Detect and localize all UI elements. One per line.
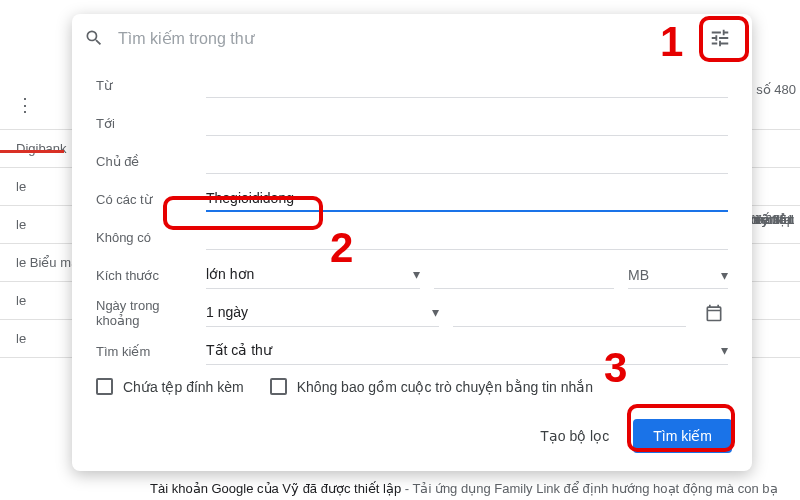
more-icon[interactable]: ⋮ bbox=[16, 94, 34, 116]
calendar-icon[interactable] bbox=[700, 303, 728, 323]
sender-cell: le bbox=[16, 217, 26, 232]
checkbox-icon bbox=[96, 378, 113, 395]
search-scope-dropdown[interactable]: Tất cả thư▾ bbox=[206, 337, 728, 365]
search-in-label: Tìm kiếm bbox=[96, 344, 206, 359]
not-have-label: Không có bbox=[96, 230, 206, 245]
mail-count: số 480 bbox=[756, 82, 796, 97]
sender-cell: le bbox=[16, 331, 26, 346]
to-field[interactable] bbox=[206, 110, 728, 136]
annotation-number-1: 1 bbox=[660, 18, 683, 66]
to-label: Tới bbox=[96, 116, 206, 131]
search-icon bbox=[84, 28, 104, 48]
footer-message: Tài khoản Google của Vỹ đã được thiết lậ… bbox=[150, 481, 800, 496]
date-within-label: Ngày trong khoảng bbox=[96, 298, 206, 328]
footer-bold: Tài khoản Google của Vỹ đã được thiết lậ… bbox=[150, 481, 401, 496]
chevron-down-icon: ▾ bbox=[721, 342, 728, 358]
size-label: Kích thước bbox=[96, 268, 206, 283]
annotation-number-3: 3 bbox=[604, 344, 627, 392]
exclude-chats-label: Không bao gồm cuộc trò chuyện bằng tin n… bbox=[297, 379, 593, 395]
from-label: Từ bbox=[96, 78, 206, 93]
has-words-label: Có các từ bbox=[96, 192, 206, 207]
size-value-field[interactable] bbox=[434, 261, 614, 289]
size-operator-dropdown[interactable]: lớn hơn▾ bbox=[206, 261, 420, 289]
tab-indicator bbox=[0, 150, 64, 153]
advanced-search-panel: Tìm kiếm trong thư Từ Tới Chủ đề Có các … bbox=[72, 14, 752, 471]
create-filter-button[interactable]: Tạo bộ lọc bbox=[526, 420, 623, 452]
sender-cell: Digibank bbox=[16, 141, 67, 156]
not-have-field[interactable] bbox=[206, 224, 728, 250]
search-placeholder: Tìm kiếm trong thư bbox=[118, 29, 700, 48]
chevron-down-icon: ▾ bbox=[432, 304, 439, 320]
sender-cell: le bbox=[16, 293, 26, 308]
date-range-value: 1 ngày bbox=[206, 304, 248, 320]
subject-field[interactable] bbox=[206, 148, 728, 174]
size-operator-value: lớn hơn bbox=[206, 266, 254, 282]
date-field[interactable] bbox=[453, 299, 686, 327]
chevron-down-icon: ▾ bbox=[721, 267, 728, 283]
checkbox-icon bbox=[270, 378, 287, 395]
snippet-cell: vymtt.t bbox=[756, 80, 794, 358]
exclude-chats-checkbox[interactable]: Không bao gồm cuộc trò chuyện bằng tin n… bbox=[270, 378, 593, 395]
has-attachment-checkbox[interactable]: Chứa tệp đính kèm bbox=[96, 378, 244, 395]
annotation-number-2: 2 bbox=[330, 224, 353, 272]
search-scope-value: Tất cả thư bbox=[206, 342, 272, 358]
sender-cell: le bbox=[16, 179, 26, 194]
chevron-down-icon: ▾ bbox=[413, 266, 420, 282]
has-words-value: Thegioididong bbox=[206, 190, 294, 206]
date-range-dropdown[interactable]: 1 ngày▾ bbox=[206, 299, 439, 327]
size-unit-dropdown[interactable]: MB▾ bbox=[628, 261, 728, 289]
has-words-field[interactable]: Thegioididong bbox=[206, 186, 728, 212]
footer-rest: - Tải ứng dụng Family Link để định hướng… bbox=[401, 481, 777, 496]
search-bar[interactable]: Tìm kiếm trong thư bbox=[72, 14, 752, 62]
has-attachment-label: Chứa tệp đính kèm bbox=[123, 379, 244, 395]
size-unit-value: MB bbox=[628, 267, 649, 283]
subject-label: Chủ đề bbox=[96, 154, 206, 169]
search-button[interactable]: Tìm kiếm bbox=[633, 419, 732, 453]
from-field[interactable] bbox=[206, 72, 728, 98]
search-options-icon[interactable] bbox=[700, 18, 740, 58]
